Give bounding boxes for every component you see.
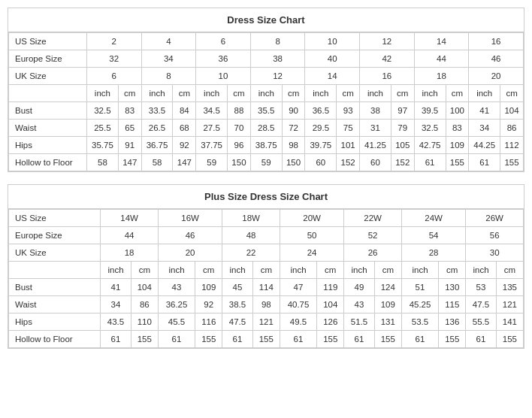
cm-label: cm	[439, 262, 466, 279]
eu-32: 32	[86, 50, 141, 68]
inch-label: inch	[401, 262, 438, 279]
plus-eu-size-row: Europe Size 44 46 48 50 52 54 56	[9, 227, 524, 244]
cm-label: cm	[500, 85, 524, 102]
inch-label: inch	[344, 262, 375, 279]
eu-44: 44	[414, 50, 469, 68]
cm-label: cm	[195, 262, 222, 279]
hips-label: Hips	[9, 137, 87, 154]
cm-label: cm	[496, 262, 523, 279]
uk-10: 10	[196, 68, 251, 85]
us-10: 10	[305, 33, 360, 50]
plus-uk-26: 26	[344, 244, 402, 262]
us-16: 16	[469, 33, 524, 50]
plus-hollow-to-floor-row: Hollow to Floor 61 155 61 155 61 155 61 …	[9, 331, 524, 348]
chart1-table: US Size 2 4 6 8 10 12 14 16 Europe Size …	[8, 32, 524, 171]
plus-uk-22: 22	[222, 244, 280, 262]
plus-us-14w: 14W	[101, 210, 159, 227]
plus-uk-18: 18	[101, 244, 159, 262]
inch-label: inch	[222, 262, 253, 279]
plus-us-22w: 22W	[344, 210, 402, 227]
plus-bust-label: Bust	[9, 279, 101, 296]
plus-waist-row: Waist 34 86 36.25 92 38.5 98 40.75 104 4…	[9, 296, 524, 314]
plus-us-24w: 24W	[401, 210, 465, 227]
inch-label: inch	[101, 262, 131, 279]
plus-eu-56: 56	[466, 227, 524, 244]
uk-16: 16	[360, 68, 415, 85]
inch-label: inch	[305, 85, 337, 102]
us-size-label: US Size	[9, 33, 87, 50]
plus-waist-label: Waist	[9, 296, 101, 314]
waist-row: Waist 25.5 65 26.5 68 27.5 70 28.5 72 29…	[9, 120, 524, 137]
plus-bust-row: Bust 41 104 43 109 45 114 47 119 49 124 …	[9, 279, 524, 296]
inch-label: inch	[466, 262, 497, 279]
inch-label: inch	[141, 85, 173, 102]
plus-unit-subheader: inch cm inch cm inch cm inch cm inch cm …	[9, 262, 524, 279]
inch-label: inch	[360, 85, 391, 102]
plus-uk-24: 24	[280, 244, 343, 262]
us-14: 14	[414, 33, 469, 50]
plus-eu-52: 52	[344, 227, 402, 244]
plus-us-18w: 18W	[222, 210, 280, 227]
inch-label: inch	[414, 85, 446, 102]
eu-size-row: Europe Size 32 34 36 38 40 42 44 46	[9, 50, 524, 68]
plus-eu-label: Europe Size	[9, 227, 101, 244]
plus-uk-20: 20	[158, 244, 222, 262]
us-size-row: US Size 2 4 6 8 10 12 14 16	[9, 33, 524, 50]
cm-label: cm	[118, 85, 141, 102]
cm-label: cm	[252, 262, 280, 279]
uk-8: 8	[141, 68, 196, 85]
eu-36: 36	[196, 50, 251, 68]
cm-label: cm	[317, 262, 344, 279]
eu-42: 42	[360, 50, 415, 68]
cm-label: cm	[374, 262, 401, 279]
plus-uk-label: UK Size	[9, 244, 101, 262]
waist-label: Waist	[9, 120, 87, 137]
inch-label: inch	[469, 85, 500, 102]
us-12: 12	[360, 33, 415, 50]
plus-us-20w: 20W	[280, 210, 343, 227]
bust-label: Bust	[9, 102, 87, 120]
inch-label: inch	[158, 262, 195, 279]
uk-6: 6	[86, 68, 141, 85]
cm-label: cm	[391, 85, 414, 102]
dress-size-chart: Dress Size Chart US Size 2 4 6 8 10 12 1…	[8, 8, 524, 172]
chart1-title: Dress Size Chart	[8, 8, 524, 32]
uk-20: 20	[469, 68, 524, 85]
chart2-title: Plus Size Dress Size Chart	[8, 185, 524, 209]
inch-label: inch	[280, 262, 316, 279]
bust-row: Bust 32.5 83 33.5 84 34.5 88 35.5 90 36.…	[9, 102, 524, 120]
uk-14: 14	[305, 68, 360, 85]
plus-eu-50: 50	[280, 227, 343, 244]
plus-us-16w: 16W	[158, 210, 222, 227]
cm-label: cm	[228, 85, 251, 102]
cm-label: cm	[282, 85, 305, 102]
plus-eu-46: 46	[158, 227, 222, 244]
plus-uk-30: 30	[466, 244, 524, 262]
plus-us-size-row: US Size 14W 16W 18W 20W 22W 24W 26W	[9, 210, 524, 227]
chart2-table: US Size 14W 16W 18W 20W 22W 24W 26W Euro…	[8, 209, 524, 348]
plus-hips-label: Hips	[9, 314, 101, 331]
us-6: 6	[196, 33, 251, 50]
inch-label: inch	[196, 85, 228, 102]
plus-size-dress-chart: Plus Size Dress Size Chart US Size 14W 1…	[8, 184, 524, 349]
unit-subheader: inch cm inch cm inch cm inch cm inch cm …	[9, 85, 524, 102]
cm-label: cm	[131, 262, 158, 279]
plus-eu-54: 54	[401, 227, 465, 244]
plus-hollow-label: Hollow to Floor	[9, 331, 101, 348]
plus-uk-size-row: UK Size 18 20 22 24 26 28 30	[9, 244, 524, 262]
hollow-to-floor-row: Hollow to Floor 58 147 58 147 59 150 59 …	[9, 154, 524, 171]
eu-38: 38	[250, 50, 305, 68]
uk-size-label: UK Size	[9, 68, 87, 85]
hips-row: Hips 35.75 91 36.75 92 37.75 96 38.75 98…	[9, 137, 524, 154]
eu-34: 34	[141, 50, 196, 68]
cm-label: cm	[173, 85, 196, 102]
cm-label: cm	[337, 85, 360, 102]
plus-eu-44: 44	[101, 227, 159, 244]
plus-us-label: US Size	[9, 210, 101, 227]
us-8: 8	[250, 33, 305, 50]
plus-uk-28: 28	[401, 244, 465, 262]
hollow-label: Hollow to Floor	[9, 154, 87, 171]
us-2: 2	[86, 33, 141, 50]
uk-12: 12	[250, 68, 305, 85]
eu-size-label: Europe Size	[9, 50, 87, 68]
